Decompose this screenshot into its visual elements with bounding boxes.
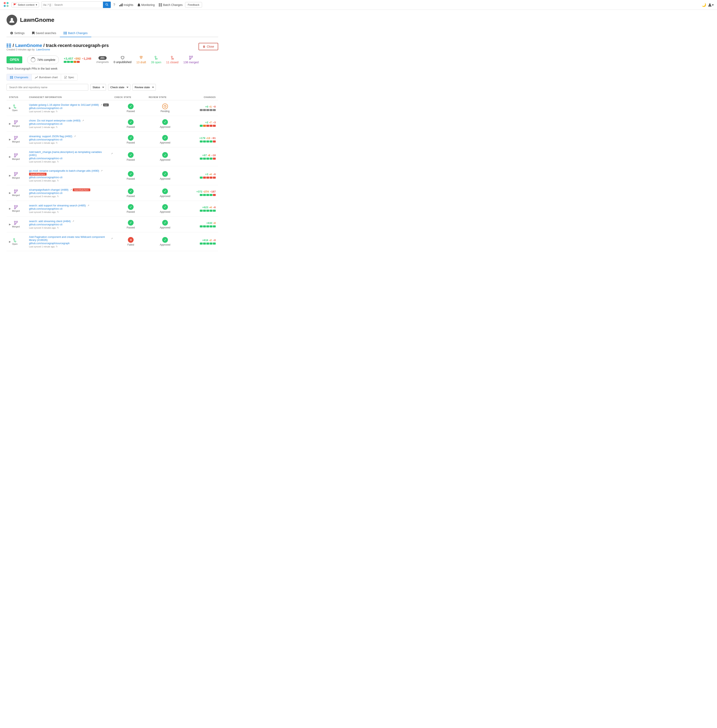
changeset-title-link[interactable]: s/campaign/batch change/ (#489)↗: [29, 188, 72, 191]
created-by-link[interactable]: LawnGnome: [36, 48, 50, 51]
status-info: Open: [12, 105, 18, 111]
change-bar: [210, 210, 212, 212]
svg-rect-10: [160, 3, 162, 4]
check-state-label: Passed: [127, 210, 135, 213]
changeset-search-input[interactable]: [6, 84, 88, 91]
global-search-bar: Aa .* []: [41, 2, 111, 8]
diff-plus: +3,457: [64, 57, 73, 60]
change-bar: [203, 242, 206, 245]
review-state-label: Approved: [160, 226, 170, 229]
svg-point-38: [155, 56, 156, 57]
context-selector[interactable]: 🚩 Select context ▾: [11, 2, 39, 8]
search-button[interactable]: [103, 2, 111, 8]
expand-icon[interactable]: ▶: [9, 155, 11, 158]
help-icon[interactable]: ?: [113, 3, 115, 7]
svg-point-89: [14, 238, 15, 240]
status-cell: ▶ Merged: [9, 172, 27, 179]
status-label: Merged: [12, 125, 20, 127]
changeset-title-link[interactable]: search: add support for streaming search…: [29, 204, 89, 207]
changeset-repo-link[interactable]: github.com/sourcegraph/src-cli: [29, 107, 62, 110]
svg-point-69: [14, 154, 15, 155]
change-bars: [183, 194, 216, 196]
table-row: ▶ Open Add Pagination component and crea…: [6, 232, 218, 251]
change-bar: [200, 177, 203, 179]
status-label: Merged: [12, 210, 20, 212]
changeset-title-link[interactable]: chore: Do not import enterprise code (#4…: [29, 119, 84, 122]
changeset-repo-link[interactable]: github.com/sourcegraph/src-cli: [29, 207, 62, 210]
breadcrumb-owner-link[interactable]: LawnGnome: [15, 43, 42, 48]
sub-tab-changesets[interactable]: Changesets: [7, 74, 32, 81]
changeset-title-link[interactable]: Update golang:1.16-alpine Docker digest …: [29, 103, 102, 107]
changeset-title-row: Add Pagination component and create new …: [29, 235, 113, 242]
close-button[interactable]: 🗑 Close: [198, 43, 218, 50]
search-input[interactable]: [53, 2, 103, 8]
svg-rect-55: [11, 78, 13, 79]
theme-toggle-button[interactable]: 🌙: [702, 3, 706, 7]
expand-icon[interactable]: ▶: [9, 192, 11, 194]
review-pending-icon: [162, 104, 168, 109]
chart-icon: [35, 76, 38, 79]
external-link-icon: ↗: [74, 135, 76, 138]
tab-saved-searches-label: Saved searches: [36, 32, 56, 35]
profile-tabs: Settings Saved searches Batch Changes: [6, 29, 218, 37]
changes-minus: −6: [213, 173, 216, 176]
person-icon: [9, 17, 15, 23]
changeset-title-link[interactable]: Add batch_change.{name,description} as t…: [29, 151, 113, 157]
open-count: 39 open: [151, 61, 162, 64]
table-row: ▶ Merged chore: Do not import enterprise…: [6, 116, 218, 132]
changeset-repo-row: github.com/sourcegraph/src-cli: [29, 157, 113, 160]
expand-icon[interactable]: ▶: [9, 122, 11, 125]
changeset-title-link[interactable]: search: add streaming client (#484)↗: [29, 220, 74, 223]
external-link-icon: ↗: [70, 189, 72, 191]
svg-point-90: [15, 241, 16, 242]
trash-icon: 🗑: [203, 45, 206, 48]
expand-icon[interactable]: ▶: [9, 174, 11, 177]
sync-icon: ↻: [57, 179, 59, 182]
change-bar: [200, 109, 203, 111]
changeset-info-cell: Update golang:1.16-alpine Docker digest …: [29, 103, 113, 113]
changeset-repo-link[interactable]: github.com/sourcegraph/src-cli: [29, 176, 62, 179]
status-filter[interactable]: Status: [90, 84, 106, 91]
status-cell: ▶ Merged: [9, 221, 27, 228]
expand-icon[interactable]: ▶: [9, 138, 11, 141]
changeset-repo-link[interactable]: github.com/sourcegraph/src-cli: [29, 157, 62, 160]
col-info: CHANGESET INFORMATION: [29, 96, 113, 98]
changeset-repo-link[interactable]: github.com/sourcegraph/src-cli: [29, 192, 62, 195]
changes-plus: +0: [205, 105, 208, 108]
expand-icon[interactable]: ▶: [9, 207, 11, 210]
check-passed-icon: ✓: [128, 135, 134, 141]
changes-minus: −91: [211, 137, 216, 140]
status-badge: OPEN: [6, 56, 22, 63]
changeset-title-link[interactable]: go.mod: rename campaignutils to batch-ch…: [29, 169, 102, 172]
sync-icon: ↻: [57, 195, 59, 198]
changeset-repo-link[interactable]: github.com/sourcegraph/sourcegraph: [29, 242, 70, 245]
review-state-filter[interactable]: Review state: [133, 84, 156, 91]
expand-icon[interactable]: ▶: [9, 240, 11, 243]
changeset-repo-link[interactable]: github.com/sourcegraph/src-cli: [29, 122, 62, 125]
changeset-repo-link[interactable]: github.com/sourcegraph/src-cli: [29, 138, 62, 141]
changes-cell: +372 •274 −187: [183, 190, 216, 196]
user-menu-button[interactable]: ▾: [708, 3, 714, 7]
changeset-title-link[interactable]: Add Pagination component and create new …: [29, 235, 113, 242]
tab-batch-changes[interactable]: Batch Changes: [60, 29, 91, 37]
changeset-repo-link[interactable]: github.com/sourcegraph/src-cli: [29, 223, 62, 226]
status-info: Merged: [12, 189, 20, 196]
monitoring-nav-item[interactable]: Monitoring: [137, 3, 155, 6]
changeset-title-link[interactable]: streaming: support JSON flag (#492)↗: [29, 135, 76, 138]
feedback-button[interactable]: Feedback: [185, 2, 202, 8]
tab-saved-searches[interactable]: Saved searches: [28, 29, 60, 37]
expand-icon[interactable]: ▶: [9, 107, 11, 110]
sub-tab-spec[interactable]: Spec: [61, 74, 78, 81]
review-state-label: Approved: [160, 158, 170, 161]
check-state-filter[interactable]: Check state: [108, 84, 130, 91]
svg-point-42: [171, 56, 172, 57]
status-label: Merged: [12, 158, 20, 160]
tab-settings[interactable]: Settings: [6, 29, 28, 37]
filters-row: Status Check state Review state: [6, 84, 218, 91]
sub-tab-burndown[interactable]: Burndown chart: [32, 74, 61, 81]
batch-changes-nav-item[interactable]: Batch Changes: [159, 3, 183, 6]
insights-nav-item[interactable]: Insights: [119, 3, 133, 6]
change-bar: [213, 158, 216, 160]
expand-icon[interactable]: ▶: [9, 223, 11, 226]
tab-settings-label: Settings: [14, 32, 25, 35]
